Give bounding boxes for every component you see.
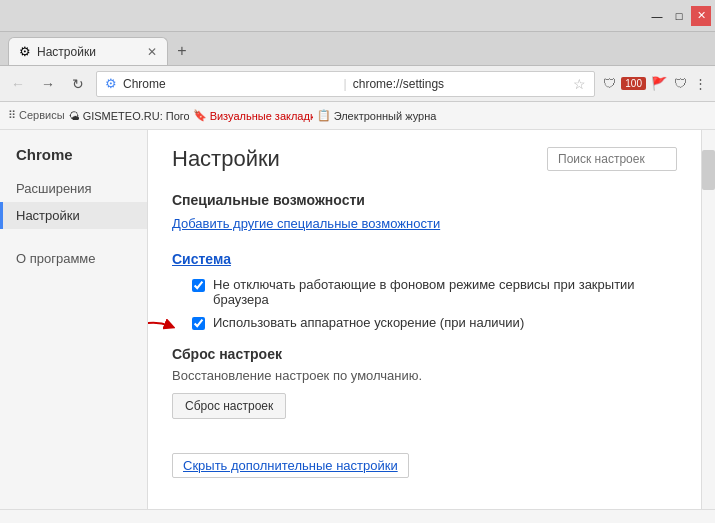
bookmark-icon-1: 🌤 (69, 110, 80, 122)
new-tab-button[interactable]: + (168, 37, 196, 65)
hide-settings-wrapper: Скрыть дополнительные настройки (172, 435, 677, 478)
browser-content: Chrome Расширения Настройки О программе … (0, 130, 715, 509)
scrollbar-thumb[interactable] (702, 150, 715, 190)
menu-button[interactable]: ⋮ (692, 74, 709, 93)
flag-icon: 🚩 (649, 74, 669, 93)
checkbox-row-2: Использовать аппаратное ускорение (при н… (172, 315, 677, 330)
sidebar-brand: Chrome (0, 146, 147, 175)
bookmark-icon-3: 📋 (317, 109, 331, 122)
minimize-button[interactable]: — (647, 6, 667, 26)
address-separator: | (344, 77, 347, 91)
system-section-title[interactable]: Система (172, 251, 677, 267)
settings-content: Настройки Специальные возможности Добави… (148, 130, 701, 509)
title-bar: — □ ✕ (0, 0, 715, 32)
close-button[interactable]: ✕ (691, 6, 711, 26)
site-icon: ⚙ (105, 76, 117, 91)
vertical-scrollbar[interactable] (701, 130, 715, 509)
hardware-accel-checkbox[interactable] (192, 317, 205, 330)
profile-icon[interactable]: 🛡 (672, 74, 689, 93)
hide-settings-link[interactable]: Скрыть дополнительные настройки (172, 453, 409, 478)
reset-section: Сброс настроек Восстановление настроек п… (172, 346, 677, 419)
settings-header: Настройки (172, 146, 677, 172)
bookmark-star-icon[interactable]: ☆ (573, 76, 586, 92)
sidebar-item-extensions[interactable]: Расширения (0, 175, 147, 202)
window-controls: — □ ✕ (647, 6, 711, 26)
bookmark-icon-2: 🔖 (193, 109, 207, 122)
bookmark-item-3[interactable]: 📋 Электронный журна... (317, 109, 437, 122)
background-services-checkbox[interactable] (192, 279, 205, 292)
reset-section-title: Сброс настроек (172, 346, 677, 362)
page-title: Настройки (172, 146, 280, 172)
add-special-link[interactable]: Добавить другие специальные возможности (172, 216, 440, 231)
brand-label: Chrome (123, 77, 338, 91)
reset-description: Восстановление настроек по умолчанию. (172, 368, 677, 383)
active-tab[interactable]: ⚙ Настройки ✕ (8, 37, 168, 65)
bookmark-label-3: Электронный журна... (334, 110, 437, 122)
search-input[interactable] (547, 147, 677, 171)
h-scrollbar-track[interactable] (0, 510, 715, 524)
checkbox-row-1: Не отключать работающие в фоновом режиме… (172, 277, 677, 307)
forward-button[interactable]: → (36, 72, 60, 96)
sidebar-item-about[interactable]: О программе (0, 245, 147, 272)
sidebar: Chrome Расширения Настройки О программе (0, 130, 148, 509)
bookmark-label-2: Визуальные закладк... (210, 110, 313, 122)
bookmark-item-1[interactable]: 🌤 GISMETEO.RU: Погод... (69, 110, 189, 122)
bookmark-label-1: GISMETEO.RU: Погод... (83, 110, 189, 122)
shield-icon: 🛡 (601, 74, 618, 93)
tab-settings-icon: ⚙ (19, 44, 31, 59)
tab-bar: ⚙ Настройки ✕ + (0, 32, 715, 66)
address-actions: 🛡 100 🚩 🛡 ⋮ (601, 74, 709, 93)
bookmarks-bar: ⠿ Сервисы 🌤 GISMETEO.RU: Погод... 🔖 Визу… (0, 102, 715, 130)
hardware-accel-label: Использовать аппаратное ускорение (при н… (213, 315, 524, 330)
sidebar-item-settings[interactable]: Настройки (0, 202, 147, 229)
url-text: chrome://settings (353, 77, 568, 91)
address-input[interactable]: ⚙ Chrome | chrome://settings ☆ (96, 71, 595, 97)
annotation-arrow-icon (148, 311, 175, 341)
background-services-label: Не отключать работающие в фоновом режиме… (213, 277, 677, 307)
reload-button[interactable]: ↻ (66, 72, 90, 96)
tab-title: Настройки (37, 45, 141, 59)
apps-button[interactable]: ⠿ Сервисы (8, 109, 65, 122)
sidebar-spacer (0, 229, 147, 245)
special-section-title: Специальные возможности (172, 192, 677, 208)
maximize-button[interactable]: □ (669, 6, 689, 26)
back-button[interactable]: ← (6, 72, 30, 96)
annotation: 1 (148, 311, 175, 341)
bookmark-item-2[interactable]: 🔖 Визуальные закладк... (193, 109, 313, 122)
horizontal-scrollbar[interactable] (0, 509, 715, 523)
reset-button[interactable]: Сброс настроек (172, 393, 286, 419)
tab-close-button[interactable]: ✕ (147, 45, 157, 59)
address-bar: ← → ↻ ⚙ Chrome | chrome://settings ☆ 🛡 1… (0, 66, 715, 102)
extensions-icon[interactable]: 100 (621, 77, 646, 90)
